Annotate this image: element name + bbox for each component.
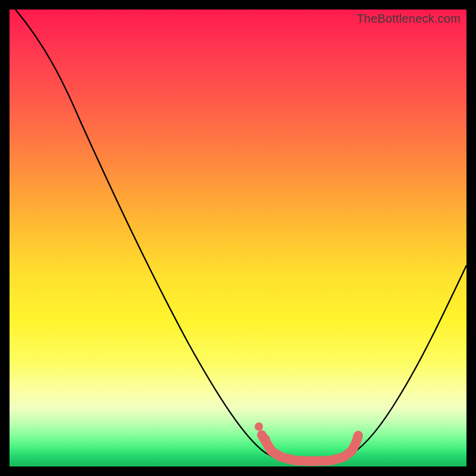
- watermark-text: TheBottleneck.com: [356, 12, 461, 26]
- chart-svg: [10, 10, 466, 466]
- bottleneck-curve: [15, 10, 466, 462]
- highlight-dot: [255, 422, 263, 431]
- chart-frame: TheBottleneck.com: [10, 10, 466, 466]
- highlight-dot: [262, 435, 270, 443]
- bottom-band-highlight: [262, 435, 358, 461]
